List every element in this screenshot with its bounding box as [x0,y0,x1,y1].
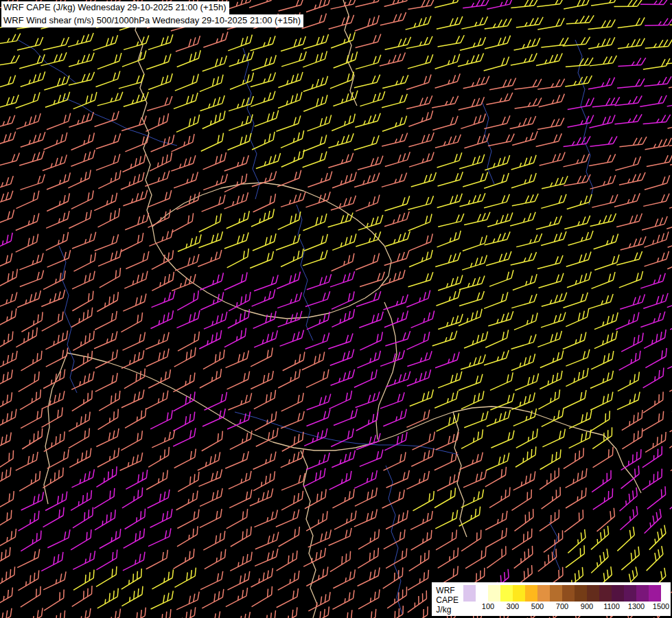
wind-barb [407,152,436,167]
wind-barb [380,606,407,618]
wind-barb [560,332,589,350]
wind-barb [510,294,539,308]
wind-barb [638,273,667,288]
wind-barb [301,548,329,566]
wind-barb [40,590,68,611]
wind-barb [67,112,95,127]
wind-barb [566,15,594,24]
wind-barb [354,548,382,569]
wind-barb [405,550,432,571]
wind-barb [432,452,460,470]
wind-barb [535,510,563,531]
wind-barb [618,428,646,449]
wind-barb [252,549,281,566]
wind-barb [171,347,199,367]
wind-barb [408,511,436,529]
wind-barb [227,552,255,571]
wind-barb [225,133,254,150]
wind-barb [0,76,17,90]
wind-barb [171,449,199,468]
legend-tick-label: 100 [482,602,494,610]
wind-barb [486,311,515,325]
wind-barb [354,231,382,247]
wind-barb [589,447,616,468]
wind-barb [352,135,381,150]
wind-barb [536,0,565,7]
wind-barb [354,195,382,211]
wind-barb [406,54,435,69]
wind-barb [510,471,538,490]
wind-barb [511,313,540,330]
wind-barb [71,92,100,109]
wind-barb [95,609,124,618]
wind-barb [586,411,614,431]
wind-barb [252,275,281,290]
wind-barb [301,135,329,151]
wind-barb [121,408,150,428]
wind-barb [564,350,592,366]
wind-barb [590,0,619,5]
wind-barb [640,368,667,388]
wind-barb [170,549,197,569]
wind-barb [614,157,642,170]
river-path [59,246,77,393]
wind-barb [275,170,303,187]
wind-barb [145,447,172,467]
wind-barb [380,452,408,470]
wind-barb [95,92,124,106]
wind-barb [16,37,45,50]
wind-barb [66,448,94,468]
wind-barb [13,191,41,209]
wind-barb [614,95,642,105]
wind-barb [67,529,95,550]
wind-barb [248,347,276,366]
wind-barb [436,172,465,186]
wind-barb [201,32,230,47]
wind-barb [515,17,544,27]
wind-barb [303,192,332,207]
wind-barb [667,448,672,470]
wind-barb [353,253,382,270]
legend-swatch [463,585,476,602]
wind-barb [434,547,461,568]
wind-barb [379,567,406,588]
wind-barb [513,38,542,50]
wind-barb [327,610,356,618]
wind-barb [123,251,152,269]
wind-barb [198,571,226,590]
wind-barb [330,569,358,588]
wind-barb [484,251,513,266]
wind-barb [224,371,252,389]
wind-barb [511,194,540,206]
wind-barb [666,426,672,448]
legend-swatch [537,585,550,602]
wind-barb [592,508,618,531]
wind-barb [68,586,95,606]
wind-barb [147,229,176,246]
wind-barb [18,608,46,618]
wind-barb [172,93,200,108]
wind-barb [326,471,354,490]
wind-barb [173,491,201,510]
wind-barb [119,389,147,407]
wind-barb [592,255,621,271]
wind-barb [564,76,593,87]
wind-barb [0,529,19,549]
wind-barb [642,348,670,368]
wind-barb [616,78,645,88]
wind-barb [410,491,438,511]
wind-barb [0,491,17,511]
wind-barb [277,330,306,346]
legend-color-scale: 100300500700900110013001500 [463,585,661,611]
wind-barb [118,586,146,606]
wind-barb [123,470,151,489]
wind-barb [407,389,436,406]
wind-barb [355,351,384,368]
wind-barb [537,350,566,367]
wind-barb [645,525,669,550]
wind-barb [540,293,568,307]
wind-barb [618,172,647,185]
wind-barb [330,233,359,250]
wind-barb [437,35,465,47]
wind-barb [589,427,616,448]
